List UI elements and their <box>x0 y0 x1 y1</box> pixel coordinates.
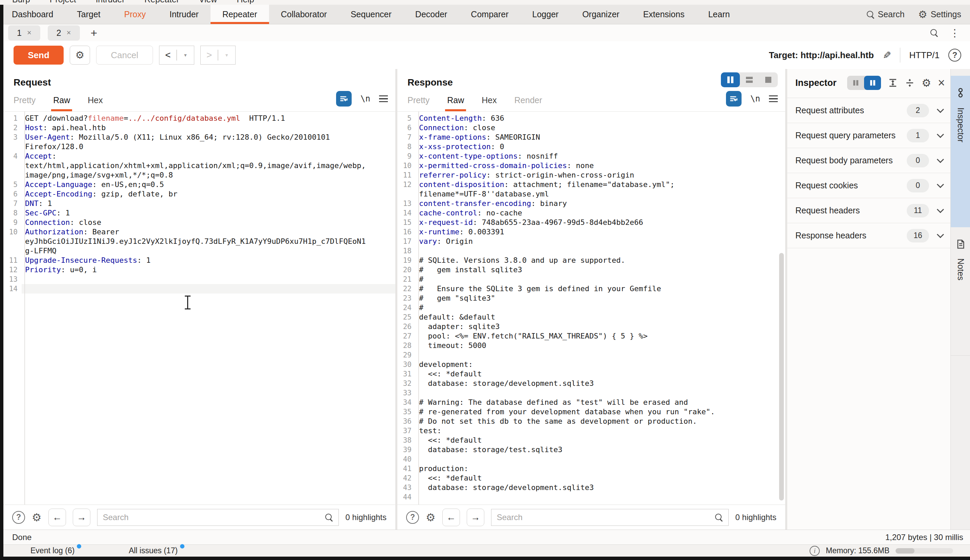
menu-burp[interactable]: Burp <box>12 0 30 4</box>
close-tab-icon[interactable]: × <box>67 28 71 37</box>
layout-single-button[interactable] <box>759 72 778 87</box>
search-settings-icon[interactable]: ⚙ <box>426 511 436 524</box>
inspector-section-response-headers[interactable]: Response headers16 <box>787 223 950 248</box>
tab-learn[interactable]: Learn <box>696 5 741 24</box>
chevron-down-icon[interactable] <box>937 106 944 113</box>
tab-search-icon[interactable] <box>930 29 938 37</box>
help-icon[interactable]: ? <box>948 49 961 62</box>
show-newlines-icon[interactable]: \n <box>360 94 370 103</box>
show-newlines-icon[interactable]: \n <box>750 94 760 103</box>
next-match-button[interactable]: → <box>467 508 484 526</box>
chevron-down-icon[interactable] <box>937 131 944 138</box>
global-search-button[interactable]: Search <box>866 10 905 19</box>
editor-menu-icon[interactable] <box>769 95 778 102</box>
syntax-highlight-icon[interactable] <box>336 91 352 107</box>
tab-collaborator[interactable]: Collaborator <box>269 5 339 24</box>
all-issues-button[interactable]: All issues (17) <box>129 546 177 555</box>
repeater-tab-2[interactable]: 2× <box>48 25 80 41</box>
chevron-down-icon[interactable] <box>937 181 944 188</box>
prev-match-button[interactable]: ← <box>48 508 66 526</box>
back-dropdown-caret[interactable]: ▾ <box>177 52 194 58</box>
response-tab-hex[interactable]: Hex <box>482 95 497 111</box>
editor-menu-icon[interactable] <box>379 95 388 102</box>
scrollbar-thumb[interactable] <box>779 253 784 500</box>
close-tab-icon[interactable]: × <box>27 28 32 37</box>
help-icon[interactable]: ? <box>406 511 419 524</box>
inspector-layout-rows-button[interactable] <box>847 76 864 90</box>
add-tab-button[interactable]: + <box>91 27 97 40</box>
kebab-menu-icon[interactable]: ⋮ <box>950 27 960 39</box>
tab-repeater[interactable]: Repeater <box>211 5 269 24</box>
response-tab-raw[interactable]: Raw <box>447 95 464 111</box>
menu-intruder[interactable]: Intruder <box>96 0 125 4</box>
chevron-down-icon[interactable] <box>937 231 944 238</box>
response-tab-render[interactable]: Render <box>514 95 542 111</box>
request-search-input[interactable] <box>103 513 325 522</box>
tab-proxy[interactable]: Proxy <box>112 5 158 24</box>
tab-sequencer[interactable]: Sequencer <box>339 5 403 24</box>
request-panel: Request PrettyRawHex \n 1GET /download?f… <box>3 69 395 530</box>
prev-match-button[interactable]: ← <box>442 508 460 526</box>
line-number: 23 <box>397 293 416 303</box>
send-button[interactable]: Send <box>13 46 64 65</box>
inspector-close-icon[interactable]: × <box>938 77 945 89</box>
line-content: <<: *default <box>416 369 785 379</box>
response-tab-pretty[interactable]: Pretty <box>408 95 430 111</box>
help-icon[interactable]: ? <box>12 511 25 524</box>
request-editor[interactable]: 1GET /download?filename=../../config/dat… <box>3 112 395 505</box>
inspector-section-request-headers[interactable]: Request headers11 <box>787 198 950 223</box>
http-version-selector[interactable]: HTTP/1 <box>909 50 940 60</box>
forward-dropdown-caret[interactable]: ▾ <box>218 52 235 58</box>
count-badge: 1 <box>907 129 929 142</box>
line-content: <<: *default <box>416 473 785 483</box>
cancel-button[interactable]: Cancel <box>96 46 153 65</box>
layout-rows-button[interactable] <box>740 72 759 87</box>
inspector-section-request-attributes[interactable]: Request attributes2 <box>787 98 950 123</box>
menu-help[interactable]: Help <box>237 0 254 4</box>
taskbar-edge <box>0 557 970 560</box>
inspector-section-request-body-parameters[interactable]: Request body parameters0 <box>787 148 950 173</box>
chevron-down-icon[interactable] <box>937 156 944 163</box>
chevron-down-icon[interactable] <box>937 206 944 213</box>
request-line-6: 6Accept-Encoding: gzip, deflate, br <box>3 189 395 199</box>
menu-repeater[interactable]: Repeater <box>144 0 179 4</box>
tab-target[interactable]: Target <box>65 5 112 24</box>
tab-extensions[interactable]: Extensions <box>631 5 696 24</box>
global-settings-button[interactable]: ⚙ Settings <box>918 10 961 20</box>
edit-target-icon[interactable]: ✎ <box>883 49 891 61</box>
request-tab-hex[interactable]: Hex <box>88 95 102 111</box>
response-scrollbar[interactable] <box>778 112 784 505</box>
tab-organizer[interactable]: Organizer <box>570 5 631 24</box>
inspector-section-request-cookies[interactable]: Request cookies0 <box>787 173 950 198</box>
layout-columns-button[interactable] <box>721 72 740 87</box>
response-viewer[interactable]: 5Content-Length: 6366Connection: close7x… <box>397 112 785 505</box>
collapse-all-icon[interactable] <box>905 78 915 88</box>
expand-all-icon[interactable] <box>888 78 898 88</box>
repeater-tab-1[interactable]: 1× <box>8 25 40 41</box>
search-settings-icon[interactable]: ⚙ <box>32 511 42 524</box>
tab-logger[interactable]: Logger <box>520 5 570 24</box>
response-search-input[interactable] <box>497 513 715 522</box>
inspector-section-request-query-parameters[interactable]: Request query parameters1 <box>787 123 950 148</box>
send-settings-button[interactable]: ⚙ <box>70 46 90 65</box>
side-tab-inspector[interactable]: Inspector <box>951 76 970 227</box>
side-tab-notes[interactable]: Notes <box>951 227 970 356</box>
tab-decoder[interactable]: Decoder <box>403 5 459 24</box>
inspector-settings-icon[interactable]: ⚙ <box>922 77 931 89</box>
tab-intruder[interactable]: Intruder <box>158 5 211 24</box>
menu-project[interactable]: Project <box>50 0 76 4</box>
inspector-layout-columns-button[interactable] <box>864 76 881 90</box>
back-history-button[interactable]: < ▾ <box>159 46 194 65</box>
info-icon[interactable]: i <box>809 546 820 556</box>
request-tab-raw[interactable]: Raw <box>53 95 70 111</box>
tab-dashboard[interactable]: Dashboard <box>0 5 65 24</box>
request-tab-pretty[interactable]: Pretty <box>13 95 35 111</box>
tab-comparer[interactable]: Comparer <box>459 5 520 24</box>
event-log-button[interactable]: Event log (6) <box>30 546 74 555</box>
forward-arrow[interactable]: > <box>201 50 217 60</box>
forward-history-button[interactable]: > ▾ <box>201 46 236 65</box>
syntax-highlight-icon[interactable] <box>726 91 741 107</box>
back-arrow[interactable]: < <box>159 50 176 60</box>
menu-view[interactable]: View <box>199 0 217 4</box>
next-match-button[interactable]: → <box>73 508 90 526</box>
